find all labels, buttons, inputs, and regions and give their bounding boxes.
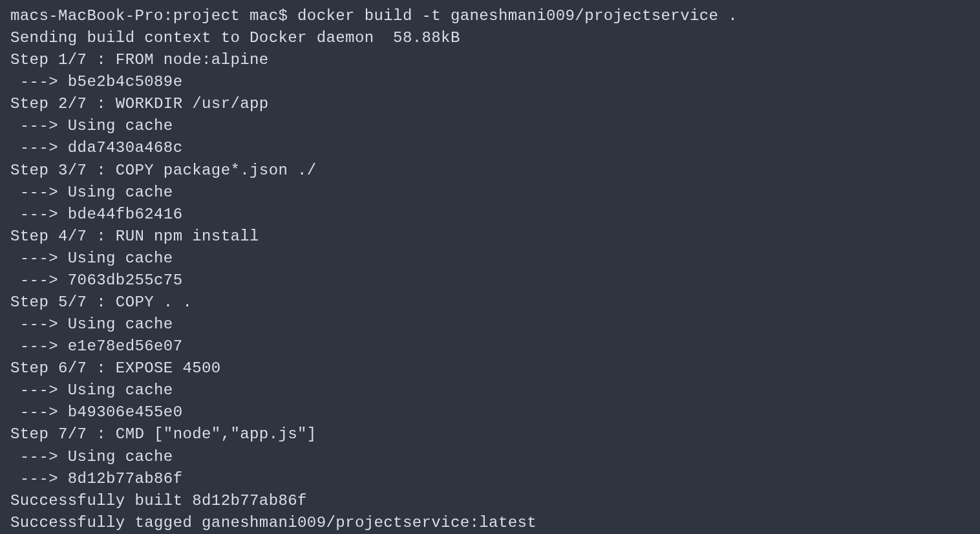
output-line: ---> bde44fb62416 xyxy=(10,204,970,226)
output-line: Step 7/7 : CMD ["node","app.js"] xyxy=(10,423,970,445)
output-line: ---> Using cache xyxy=(10,182,970,204)
output-line: ---> 7063db255c75 xyxy=(10,270,970,292)
output-line: ---> Using cache xyxy=(10,115,970,137)
output-line: Successfully tagged ganeshmani009/projec… xyxy=(10,512,970,534)
output-line: Successfully built 8d12b77ab86f xyxy=(10,490,970,512)
command-line: macs-MacBook-Pro:project mac$ docker bui… xyxy=(10,5,970,27)
output-line: Step 1/7 : FROM node:alpine xyxy=(10,49,970,71)
output-line: Sending build context to Docker daemon 5… xyxy=(10,27,970,49)
output-line: ---> Using cache xyxy=(10,314,970,336)
output-line: ---> b49306e455e0 xyxy=(10,401,970,423)
output-line: ---> e1e78ed56e07 xyxy=(10,336,970,358)
output-line: ---> dda7430a468c xyxy=(10,137,970,159)
output-line: ---> Using cache xyxy=(10,446,970,468)
output-line: ---> b5e2b4c5089e xyxy=(10,71,970,93)
output-line: Step 3/7 : COPY package*.json ./ xyxy=(10,160,970,182)
output-line: Step 5/7 : COPY . . xyxy=(10,292,970,314)
output-line: Step 6/7 : EXPOSE 4500 xyxy=(10,358,970,379)
terminal-output[interactable]: macs-MacBook-Pro:project mac$ docker bui… xyxy=(10,5,970,534)
output-line: ---> Using cache xyxy=(10,379,970,401)
output-line: Step 4/7 : RUN npm install xyxy=(10,226,970,248)
output-line: ---> Using cache xyxy=(10,248,970,270)
output-line: Step 2/7 : WORKDIR /usr/app xyxy=(10,93,970,115)
output-line: ---> 8d12b77ab86f xyxy=(10,468,970,490)
